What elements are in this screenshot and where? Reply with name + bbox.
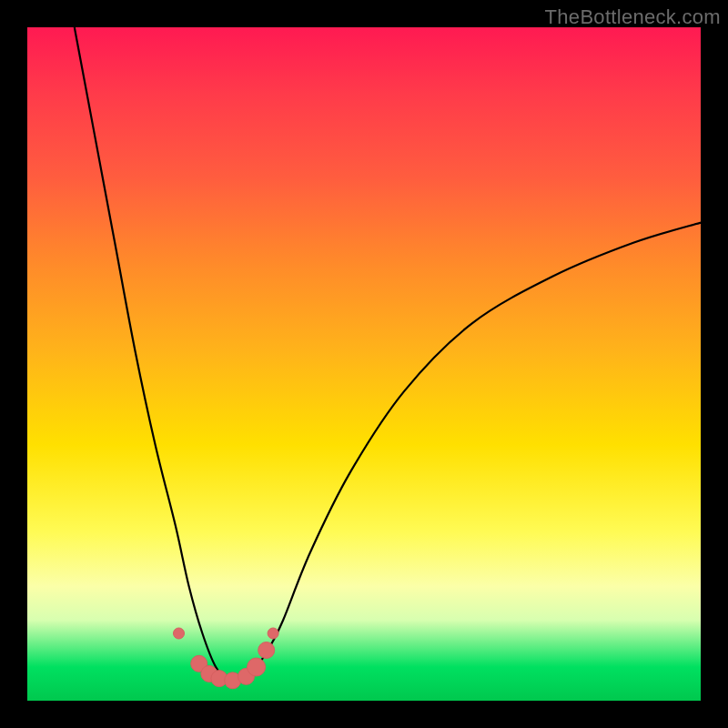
marker-dot: [248, 658, 266, 676]
bottleneck-chart: [27, 27, 701, 701]
watermark-text: TheBottleneck.com: [545, 5, 721, 29]
marker-dot: [174, 628, 185, 639]
marker-dot: [258, 642, 275, 659]
marker-dot: [268, 628, 278, 639]
bottleneck-curve: [75, 27, 701, 681]
plot-area: [27, 27, 701, 701]
